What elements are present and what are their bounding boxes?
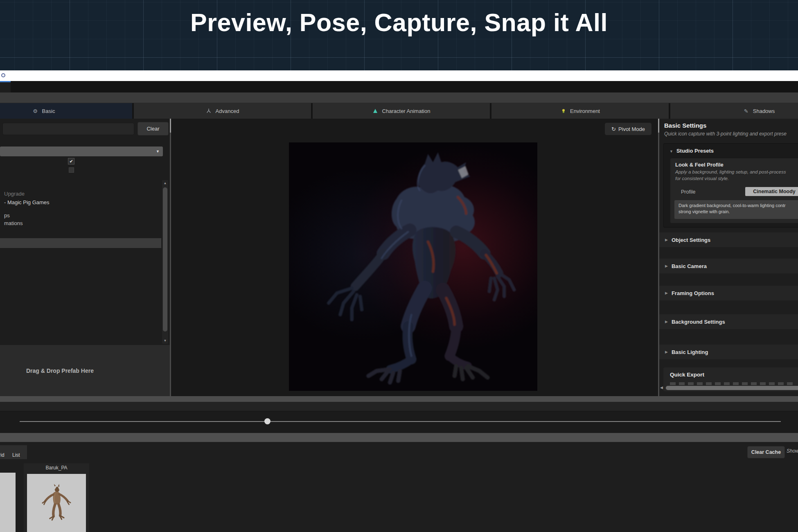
prefab-drop-label: Drag & Drop Prefab Here [26,367,94,374]
look-feel-box: Look & Feel Profile Apply a background, … [670,158,798,223]
tab-environment-label: Environment [570,108,600,114]
timeline-slider-thumb[interactable] [264,418,271,424]
scroll-up-icon[interactable]: ▲ [162,181,168,185]
quick-export-clipped-text [670,382,793,385]
character-render-viewport[interactable] [289,142,537,391]
banner: Preview, Pose, Capture, Snap it All [0,0,798,70]
quick-export-title: Quick Export [670,372,704,378]
creature-thumbnail [38,481,75,526]
pen-icon: ✎ [743,108,749,114]
view-mode-toggle: Grid List [0,445,27,459]
library-toolbar: Grid List Clear Cache Show [0,442,798,462]
studio-presets-box: ▼Studio Presets Look & Feel Profile Appl… [663,143,798,228]
studio-presets-label: Studio Presets [676,148,714,154]
section-label: Basic Lighting [672,349,708,355]
foldout-object-settings[interactable]: ▶ Object Settings [659,232,798,247]
clear-cache-button[interactable]: Clear Cache [747,446,785,458]
foldout-basic-camera[interactable]: ▶ Basic Camera [659,259,798,273]
section-label: Basic Camera [672,263,707,269]
filter-dropdown[interactable]: ▼ [0,147,163,156]
foldout-basic-lighting[interactable]: ▶ Basic Lighting [659,345,798,359]
asset-thumbnail-strip: Baruk_PA [0,462,798,532]
tab-basic[interactable]: ⚙ Basic [0,103,132,119]
tab-character-animation[interactable]: Character Animation [313,103,490,119]
gear-icon: ⚙ [32,108,38,114]
profile-select[interactable]: Cinematic Moody [745,187,798,196]
look-feel-desc-1: Apply a background, lighting setup, and … [675,169,786,174]
banner-title: Preview, Pose, Capture, Snap it All [0,0,798,37]
favicon-circle-icon [1,73,5,77]
hierarchy-scrollbar[interactable]: ▲ ▼ [162,180,168,344]
hscrollbar-thumb[interactable] [666,386,798,390]
timeline-header-band [0,402,798,411]
tab-advanced-label: Advanced [216,108,239,114]
rotate-icon: ↻ [611,126,616,132]
list-item[interactable]: - Magic Pig Games [4,199,50,207]
asset-card[interactable]: Baruk_PA [24,463,89,532]
active-document-tab[interactable] [0,81,11,92]
list-item[interactable]: Upgrade [4,191,25,198]
selected-list-row[interactable] [0,238,161,248]
show-label: Show [787,448,798,454]
editor-tab-strip [0,81,798,92]
profile-help-1: Dark gradient background, cool-to-warm l… [679,203,798,209]
foldout-closed-icon: ▶ [665,238,668,242]
search-input[interactable] [2,123,134,135]
browser-titlebar [0,70,798,81]
tab-shadows[interactable]: ✎ Shadows [670,103,798,119]
foldout-framing-options[interactable]: ▶ Framing Options [659,286,798,300]
scroll-left-icon[interactable]: ◀ [660,385,663,390]
profile-help-box: Dark gradient background, cool-to-warm l… [674,200,798,219]
studio-presets-header[interactable]: ▼Studio Presets [670,148,714,154]
panel-bottom-band [0,396,798,402]
asset-thumbnail-partial[interactable] [0,473,16,532]
timeline-zone [0,411,798,433]
mode-tab-bar: ⚙ Basic Advanced Character Animation Env… [0,103,798,119]
tab-character-animation-label: Character Animation [382,108,431,114]
foldout-closed-icon: ▶ [665,291,668,295]
pivot-mode-button[interactable]: ↻ Pivot Mode [605,123,651,135]
scrollbar-thumb[interactable] [163,187,167,331]
settings-title: Basic Settings [664,122,706,129]
left-splitter[interactable] [170,119,171,396]
plant-icon [560,108,566,114]
foldout-background-settings[interactable]: ▶ Background Settings [659,314,798,329]
tab-environment[interactable]: Environment [491,103,669,119]
app-root: Preview, Pose, Capture, Snap it All ⚙ Ba… [0,0,798,532]
settings-hscrollbar[interactable] [665,385,798,390]
pivot-mode-label: Pivot Mode [618,126,645,132]
profile-label: Profile [681,189,695,195]
tab-shadows-label: Shadows [753,108,775,114]
timeline-slider-track[interactable] [20,421,781,422]
chevron-down-icon: ▼ [156,149,160,153]
list-view-button[interactable]: List [12,452,20,458]
cone-icon [372,108,379,114]
checkbox-unchecked[interactable] [69,167,74,173]
section-label: Object Settings [672,237,710,243]
clear-search-button[interactable]: Clear [138,122,169,135]
look-feel-desc-2: for consistent visual style. [675,176,729,181]
werewolf-render [289,142,537,391]
grid-view-button[interactable]: Grid [0,452,5,458]
settings-panel: Basic Settings Quick icon capture with 3… [659,119,798,396]
foldout-closed-icon: ▶ [665,264,668,268]
look-feel-title: Look & Feel Profile [675,162,724,168]
editor-toolbar [0,92,798,103]
asset-card-preview[interactable] [27,474,86,532]
tab-basic-label: Basic [42,108,55,114]
hierarchy-panel: Clear ▼ ✔ Upgrade - Magic Pig Games ps m… [0,119,170,396]
scroll-down-icon[interactable]: ▼ [162,339,168,343]
foldout-closed-icon: ▶ [665,320,668,324]
profile-help-2: strong vignette with grain. [679,209,798,215]
asset-card-label: Baruk_PA [24,465,89,471]
list-item[interactable]: ps [4,212,10,220]
foldout-open-icon: ▼ [670,149,673,153]
section-label: Framing Options [672,290,714,296]
section-label: Background Settings [672,319,725,325]
prefab-drop-zone[interactable]: Drag & Drop Prefab Here [0,345,170,396]
foldout-closed-icon: ▶ [665,350,668,354]
checkbox-checked[interactable]: ✔ [68,158,74,165]
separator-band [0,433,798,442]
list-item[interactable]: mations [4,220,23,228]
tab-advanced[interactable]: Advanced [134,103,311,119]
